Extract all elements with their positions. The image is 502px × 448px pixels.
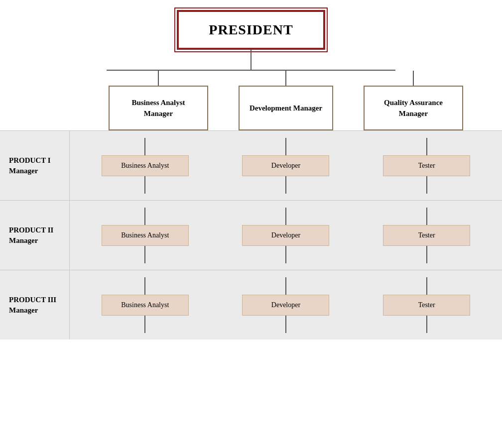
- product-3-ba-wrap: Business Analyst: [98, 277, 192, 333]
- manager-item-qam: Quality Assurance Manager: [364, 71, 463, 130]
- product-1-cells: Business Analyst Developer Tester: [70, 131, 502, 200]
- managers-row-wrap: Business Analyst Manager Development Man…: [0, 71, 502, 130]
- product-1-dev-wrap: Developer: [239, 138, 333, 194]
- manager-box-bam: Business Analyst Manager: [109, 86, 208, 130]
- product-label-1: PRODUCT I Manager: [0, 131, 70, 200]
- dev1-bottom-line: [285, 176, 286, 194]
- managers-row: Business Analyst Manager Development Man…: [0, 71, 502, 130]
- ba2-bottom-line: [144, 246, 145, 263]
- test2-bottom-line: [426, 246, 427, 263]
- president-box: PRESIDENT: [177, 10, 325, 50]
- dev1-top-line: [285, 138, 286, 155]
- dev1-cell: Developer: [242, 155, 329, 176]
- product-3-test-wrap: Tester: [379, 277, 474, 333]
- ba1-bottom-line: [144, 176, 145, 194]
- product-label-2: PRODUCT II Manager: [0, 201, 70, 270]
- mgr-cols: Business Analyst Manager Development Man…: [70, 71, 502, 130]
- product-2-ba-wrap: Business Analyst: [98, 208, 192, 263]
- product-2-cells: Business Analyst Developer Tester: [70, 201, 502, 270]
- product-row-3: PRODUCT III Manager Business Analyst Dev…: [0, 270, 502, 339]
- top-area: PRESIDENT: [0, 0, 502, 71]
- ba1-top-line: [144, 138, 145, 155]
- ba3-bottom-line: [144, 316, 145, 333]
- president-connector: [251, 50, 251, 70]
- product-row-1: PRODUCT I Manager Business Analyst Devel…: [0, 130, 502, 200]
- qam-top-connector: [413, 71, 414, 86]
- mgr-spacer: [0, 71, 70, 130]
- test1-bottom-line: [426, 176, 427, 194]
- dev2-cell: Developer: [242, 225, 329, 246]
- dev2-bottom-line: [285, 246, 286, 263]
- org-chart: PRESIDENT Business Analyst Manager: [0, 0, 502, 339]
- product-row-2: PRODUCT II Manager Business Analyst Deve…: [0, 200, 502, 270]
- product-1-test-wrap: Tester: [379, 138, 474, 194]
- test1-cell: Tester: [383, 155, 470, 176]
- dev3-top-line: [285, 277, 286, 295]
- bam-top-connector: [158, 71, 159, 86]
- test3-top-line: [426, 277, 427, 295]
- ba1-cell: Business Analyst: [102, 155, 189, 176]
- product-label-3: PRODUCT III Manager: [0, 270, 70, 339]
- ba3-cell: Business Analyst: [102, 295, 189, 316]
- product-3-cells: Business Analyst Developer Tester: [70, 270, 502, 339]
- dm-top-connector: [285, 71, 286, 86]
- rows-area: PRODUCT I Manager Business Analyst Devel…: [0, 130, 502, 339]
- test1-top-line: [426, 138, 427, 155]
- ba3-top-line: [144, 277, 145, 295]
- product-2-dev-wrap: Developer: [239, 208, 333, 263]
- manager-item-dm: Development Manager: [236, 71, 336, 130]
- dev3-cell: Developer: [242, 295, 329, 316]
- manager-box-dm: Development Manager: [239, 86, 333, 130]
- manager-item-bam: Business Analyst Manager: [109, 71, 208, 130]
- product-2-test-wrap: Tester: [379, 208, 474, 263]
- test2-cell: Tester: [383, 225, 470, 246]
- bam-label: Business Analyst Manager: [120, 97, 197, 119]
- qam-label: Quality Assurance Manager: [375, 97, 452, 119]
- test3-cell: Tester: [383, 295, 470, 316]
- president-label: PRESIDENT: [209, 22, 293, 37]
- dev2-top-line: [285, 208, 286, 225]
- dev3-bottom-line: [285, 316, 286, 333]
- dm-label: Development Manager: [250, 103, 322, 114]
- manager-box-qam: Quality Assurance Manager: [364, 86, 463, 130]
- ba2-cell: Business Analyst: [102, 225, 189, 246]
- test3-bottom-line: [426, 316, 427, 333]
- ba2-top-line: [144, 208, 145, 225]
- h-bar: [107, 70, 395, 71]
- product-1-ba-wrap: Business Analyst: [98, 138, 192, 194]
- test2-top-line: [426, 208, 427, 225]
- product-3-dev-wrap: Developer: [239, 277, 333, 333]
